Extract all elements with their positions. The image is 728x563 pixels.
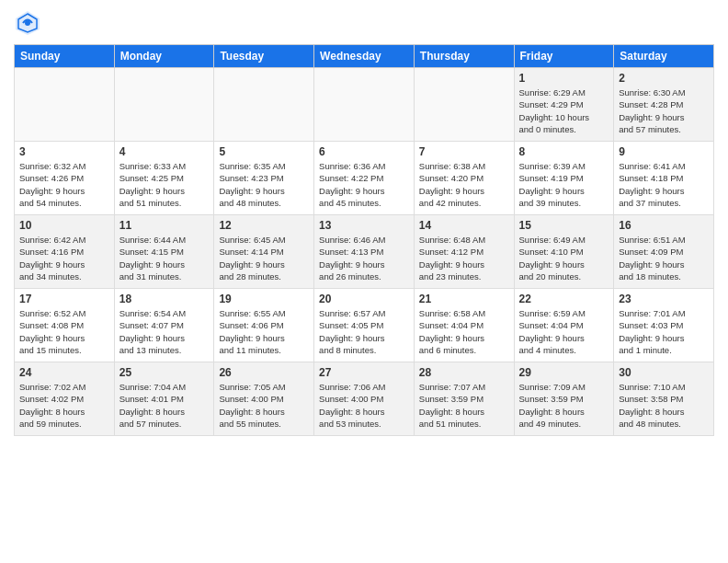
day-number: 18 xyxy=(119,293,210,305)
day-info: Sunrise: 6:42 AM Sunset: 4:16 PM Dayligh… xyxy=(19,234,109,282)
day-info: Sunrise: 6:54 AM Sunset: 4:07 PM Dayligh… xyxy=(119,307,210,356)
calendar-cell: 20Sunrise: 6:57 AM Sunset: 4:05 PM Dayli… xyxy=(314,289,415,362)
weekday-header-row: SundayMondayTuesdayWednesdayThursdayFrid… xyxy=(15,45,714,68)
calendar-cell: 27Sunrise: 7:06 AM Sunset: 4:00 PM Dayli… xyxy=(314,362,415,436)
day-info: Sunrise: 7:10 AM Sunset: 3:58 PM Dayligh… xyxy=(619,381,709,430)
day-number: 23 xyxy=(619,293,709,305)
day-number: 4 xyxy=(119,145,210,158)
header xyxy=(14,9,714,37)
calendar-cell: 15Sunrise: 6:49 AM Sunset: 4:10 PM Dayli… xyxy=(514,215,614,289)
day-number: 28 xyxy=(419,366,509,379)
day-number: 2 xyxy=(619,72,709,85)
day-info: Sunrise: 6:29 AM Sunset: 4:29 PM Dayligh… xyxy=(519,86,609,135)
day-info: Sunrise: 7:01 AM Sunset: 4:03 PM Dayligh… xyxy=(619,307,709,356)
calendar-cell: 10Sunrise: 6:42 AM Sunset: 4:16 PM Dayli… xyxy=(15,215,115,289)
day-info: Sunrise: 6:36 AM Sunset: 4:22 PM Dayligh… xyxy=(319,160,409,209)
day-info: Sunrise: 7:09 AM Sunset: 3:59 PM Dayligh… xyxy=(519,381,609,430)
calendar-cell xyxy=(114,68,214,142)
day-number: 15 xyxy=(519,219,609,232)
page: SundayMondayTuesdayWednesdayThursdayFrid… xyxy=(0,0,728,563)
calendar-cell: 11Sunrise: 6:44 AM Sunset: 4:15 PM Dayli… xyxy=(114,215,214,289)
day-info: Sunrise: 6:57 AM Sunset: 4:05 PM Dayligh… xyxy=(319,307,409,356)
day-info: Sunrise: 6:32 AM Sunset: 4:26 PM Dayligh… xyxy=(19,160,109,209)
weekday-header: Wednesday xyxy=(314,45,415,68)
day-number: 8 xyxy=(519,145,609,158)
calendar-cell: 5Sunrise: 6:35 AM Sunset: 4:23 PM Daylig… xyxy=(214,142,314,215)
day-number: 29 xyxy=(519,366,609,379)
day-info: Sunrise: 6:41 AM Sunset: 4:18 PM Dayligh… xyxy=(619,160,709,209)
calendar-cell: 9Sunrise: 6:41 AM Sunset: 4:18 PM Daylig… xyxy=(614,142,714,215)
day-info: Sunrise: 7:06 AM Sunset: 4:00 PM Dayligh… xyxy=(319,381,409,430)
day-number: 30 xyxy=(619,366,709,379)
weekday-header: Friday xyxy=(514,45,614,68)
calendar-cell xyxy=(214,68,314,142)
calendar-cell: 13Sunrise: 6:46 AM Sunset: 4:13 PM Dayli… xyxy=(314,215,415,289)
day-number: 17 xyxy=(19,293,109,305)
day-number: 6 xyxy=(319,145,409,158)
calendar-week-row: 17Sunrise: 6:52 AM Sunset: 4:08 PM Dayli… xyxy=(15,289,714,362)
day-info: Sunrise: 6:51 AM Sunset: 4:09 PM Dayligh… xyxy=(619,234,709,282)
day-number: 3 xyxy=(19,145,109,158)
calendar-week-row: 1Sunrise: 6:29 AM Sunset: 4:29 PM Daylig… xyxy=(15,68,714,142)
day-info: Sunrise: 7:07 AM Sunset: 3:59 PM Dayligh… xyxy=(419,381,509,430)
day-number: 25 xyxy=(119,366,210,379)
day-info: Sunrise: 6:39 AM Sunset: 4:19 PM Dayligh… xyxy=(519,160,609,209)
calendar-cell: 26Sunrise: 7:05 AM Sunset: 4:00 PM Dayli… xyxy=(214,362,314,436)
day-info: Sunrise: 6:52 AM Sunset: 4:08 PM Dayligh… xyxy=(19,307,109,356)
calendar-cell: 6Sunrise: 6:36 AM Sunset: 4:22 PM Daylig… xyxy=(314,142,415,215)
calendar: SundayMondayTuesdayWednesdayThursdayFrid… xyxy=(14,44,714,436)
weekday-header: Saturday xyxy=(614,45,714,68)
day-info: Sunrise: 6:55 AM Sunset: 4:06 PM Dayligh… xyxy=(219,307,309,356)
day-number: 14 xyxy=(419,219,509,232)
calendar-cell: 2Sunrise: 6:30 AM Sunset: 4:28 PM Daylig… xyxy=(614,68,714,142)
calendar-cell xyxy=(314,68,415,142)
calendar-cell: 18Sunrise: 6:54 AM Sunset: 4:07 PM Dayli… xyxy=(114,289,214,362)
calendar-cell: 21Sunrise: 6:58 AM Sunset: 4:04 PM Dayli… xyxy=(414,289,514,362)
calendar-cell: 3Sunrise: 6:32 AM Sunset: 4:26 PM Daylig… xyxy=(15,142,115,215)
day-number: 10 xyxy=(19,219,109,232)
day-info: Sunrise: 6:59 AM Sunset: 4:04 PM Dayligh… xyxy=(519,307,609,356)
calendar-cell: 30Sunrise: 7:10 AM Sunset: 3:58 PM Dayli… xyxy=(614,362,714,436)
calendar-cell: 7Sunrise: 6:38 AM Sunset: 4:20 PM Daylig… xyxy=(414,142,514,215)
calendar-cell: 19Sunrise: 6:55 AM Sunset: 4:06 PM Dayli… xyxy=(214,289,314,362)
weekday-header: Thursday xyxy=(414,45,514,68)
day-number: 11 xyxy=(119,219,210,232)
calendar-cell: 25Sunrise: 7:04 AM Sunset: 4:01 PM Dayli… xyxy=(114,362,214,436)
day-number: 26 xyxy=(219,366,309,379)
weekday-header: Monday xyxy=(114,45,214,68)
calendar-cell: 14Sunrise: 6:48 AM Sunset: 4:12 PM Dayli… xyxy=(414,215,514,289)
weekday-header: Tuesday xyxy=(214,45,314,68)
day-number: 21 xyxy=(419,293,509,305)
day-number: 16 xyxy=(619,219,709,232)
calendar-cell: 28Sunrise: 7:07 AM Sunset: 3:59 PM Dayli… xyxy=(414,362,514,436)
day-number: 20 xyxy=(319,293,409,305)
day-info: Sunrise: 6:35 AM Sunset: 4:23 PM Dayligh… xyxy=(219,160,309,209)
calendar-cell: 4Sunrise: 6:33 AM Sunset: 4:25 PM Daylig… xyxy=(114,142,214,215)
calendar-cell: 16Sunrise: 6:51 AM Sunset: 4:09 PM Dayli… xyxy=(614,215,714,289)
day-info: Sunrise: 7:04 AM Sunset: 4:01 PM Dayligh… xyxy=(119,381,210,430)
day-info: Sunrise: 6:44 AM Sunset: 4:15 PM Dayligh… xyxy=(119,234,210,282)
calendar-cell: 1Sunrise: 6:29 AM Sunset: 4:29 PM Daylig… xyxy=(514,68,614,142)
day-info: Sunrise: 6:49 AM Sunset: 4:10 PM Dayligh… xyxy=(519,234,609,282)
day-info: Sunrise: 6:45 AM Sunset: 4:14 PM Dayligh… xyxy=(219,234,309,282)
calendar-cell: 17Sunrise: 6:52 AM Sunset: 4:08 PM Dayli… xyxy=(15,289,115,362)
day-info: Sunrise: 6:30 AM Sunset: 4:28 PM Dayligh… xyxy=(619,86,709,135)
calendar-cell: 24Sunrise: 7:02 AM Sunset: 4:02 PM Dayli… xyxy=(15,362,115,436)
day-info: Sunrise: 6:58 AM Sunset: 4:04 PM Dayligh… xyxy=(419,307,509,356)
calendar-cell: 12Sunrise: 6:45 AM Sunset: 4:14 PM Dayli… xyxy=(214,215,314,289)
calendar-cell: 8Sunrise: 6:39 AM Sunset: 4:19 PM Daylig… xyxy=(514,142,614,215)
logo xyxy=(14,9,45,37)
calendar-cell: 23Sunrise: 7:01 AM Sunset: 4:03 PM Dayli… xyxy=(614,289,714,362)
day-info: Sunrise: 6:38 AM Sunset: 4:20 PM Dayligh… xyxy=(419,160,509,209)
calendar-cell xyxy=(15,68,115,142)
day-number: 24 xyxy=(19,366,109,379)
day-info: Sunrise: 6:46 AM Sunset: 4:13 PM Dayligh… xyxy=(319,234,409,282)
day-number: 7 xyxy=(419,145,509,158)
day-number: 27 xyxy=(319,366,409,379)
logo-icon xyxy=(14,9,41,37)
day-info: Sunrise: 6:33 AM Sunset: 4:25 PM Dayligh… xyxy=(119,160,210,209)
svg-point-2 xyxy=(25,20,30,26)
day-info: Sunrise: 6:48 AM Sunset: 4:12 PM Dayligh… xyxy=(419,234,509,282)
weekday-header: Sunday xyxy=(15,45,115,68)
calendar-week-row: 10Sunrise: 6:42 AM Sunset: 4:16 PM Dayli… xyxy=(15,215,714,289)
